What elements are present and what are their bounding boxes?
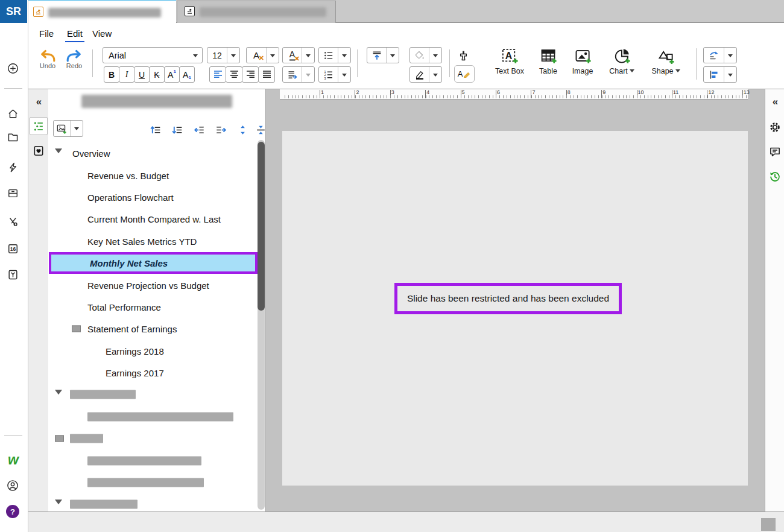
strikethrough-button[interactable]: K — [149, 66, 165, 83]
menu-file[interactable]: File — [39, 28, 54, 39]
highlight-clear-button[interactable]: A ✕ — [282, 47, 315, 63]
outline-item-redacted[interactable] — [49, 406, 258, 428]
align-justify-button[interactable] — [258, 66, 275, 83]
align-left-button[interactable] — [209, 66, 226, 83]
fill-color-button[interactable] — [409, 47, 442, 63]
format-painter-button[interactable] — [452, 48, 474, 64]
help-button[interactable]: ? — [6, 505, 19, 518]
outline-item[interactable]: Revenue Projection vs Budget — [49, 274, 258, 296]
quick-actions-button[interactable] — [5, 160, 20, 174]
rewards-button[interactable] — [5, 267, 20, 282]
align-right-button[interactable] — [242, 66, 259, 83]
outline-item[interactable]: Earnings 2017 — [49, 362, 258, 384]
font-size-select[interactable]: 12 — [207, 47, 240, 63]
bold-button[interactable]: B — [104, 66, 119, 83]
move-slide-up-button[interactable] — [148, 123, 163, 136]
outline-item-redacted[interactable] — [49, 428, 258, 449]
collapse-triangle-icon[interactable] — [55, 390, 62, 399]
insert-table-label: Table — [539, 67, 557, 75]
horizontal-scroll-thumb[interactable] — [761, 518, 776, 531]
settings-button[interactable] — [768, 121, 782, 134]
outline-item-label: Revenue Projection vs Budget — [87, 280, 209, 290]
bring-forward-button[interactable] — [703, 47, 737, 63]
insert-table-button[interactable]: Table — [533, 48, 563, 75]
bulleted-list-button[interactable] — [318, 47, 351, 63]
underline-button[interactable]: U — [134, 66, 150, 83]
history-button[interactable] — [768, 170, 782, 183]
move-slide-down-button[interactable] — [170, 123, 185, 136]
ruler-tick: 9 — [601, 90, 602, 98]
undo-label: Undo — [35, 62, 60, 69]
expand-items-button[interactable] — [235, 123, 250, 136]
outline-item[interactable]: Monthly Net Sales — [49, 252, 258, 274]
outline-item[interactable]: Earnings 2018 — [49, 340, 258, 362]
outline-item[interactable]: Key Net Sales Metrics YTD — [49, 230, 258, 252]
app-logo[interactable]: SR — [0, 0, 27, 23]
outline-item-redacted[interactable] — [49, 493, 258, 510]
outline-item-label: Operations Flowchart — [87, 192, 174, 202]
clear-format-button[interactable]: A ✕ — [246, 47, 279, 63]
outline-item[interactable]: Total Performance — [49, 296, 258, 318]
wordmark-logo[interactable]: w — [4, 451, 22, 468]
outline-scrollbar-thumb[interactable] — [258, 142, 265, 311]
bring-forward-icon — [709, 50, 719, 61]
font-family-select[interactable]: Arial — [103, 47, 203, 63]
outline-item-redacted[interactable] — [49, 472, 258, 493]
collapse-panel-button[interactable]: « — [31, 95, 46, 109]
comments-button[interactable] — [768, 145, 782, 159]
outline-item[interactable]: Overview — [49, 142, 258, 164]
superscript-button[interactable]: A1 — [164, 66, 180, 83]
font-color-button[interactable] — [409, 66, 442, 83]
toolbar-divider — [449, 49, 450, 77]
outline-view-button[interactable] — [30, 117, 48, 135]
new-document-button[interactable] — [5, 61, 20, 75]
document-tab-inactive[interactable] — [177, 1, 336, 23]
outline-item-redacted[interactable] — [49, 384, 258, 405]
chevron-down-icon — [630, 69, 634, 75]
numbered-list-button[interactable]: 123 — [318, 66, 351, 83]
align-objects-button[interactable] — [703, 66, 737, 83]
expand-panel-button[interactable]: « — [768, 95, 782, 109]
indent-button[interactable] — [282, 66, 315, 83]
presentation-file-icon — [33, 7, 43, 17]
collapse-triangle-icon[interactable] — [55, 500, 62, 508]
redo-button[interactable]: Redo — [62, 49, 87, 74]
collapse-triangle-icon[interactable] — [55, 148, 62, 157]
insert-image-button[interactable]: Image — [566, 48, 599, 75]
outline-item-redacted[interactable] — [49, 449, 258, 471]
slide[interactable]: Slide has been restricted and has been e… — [282, 131, 748, 486]
outline-item[interactable]: Operations Flowchart — [49, 186, 258, 208]
outline-item-label: Current Month Compared w. Last — [87, 214, 221, 224]
vertical-align-top-button[interactable] — [367, 47, 399, 63]
ruler-tick: 8 — [566, 90, 567, 98]
outline-item-label: Total Performance — [87, 302, 161, 312]
calendar-button[interactable]: 16 — [5, 241, 20, 256]
outline-item[interactable]: Statement of Earnings — [49, 318, 258, 340]
documents-button[interactable] — [5, 130, 20, 144]
outline-item[interactable]: Revenue vs. Budget — [49, 164, 258, 186]
horizontal-ruler: 12345678910111213 — [280, 89, 748, 100]
storage-button[interactable] — [5, 186, 20, 200]
align-center-button[interactable] — [226, 66, 242, 83]
undo-button[interactable]: Undo — [35, 49, 60, 74]
menu-edit[interactable]: Edit — [65, 28, 84, 42]
subscript-button[interactable]: A1 — [179, 66, 195, 83]
favorites-view-button[interactable] — [31, 143, 46, 159]
add-slide-button[interactable] — [53, 120, 83, 137]
account-button[interactable] — [5, 478, 20, 493]
insert-shape-button[interactable]: Shape — [646, 48, 685, 75]
calendar-icon: 16 — [7, 243, 19, 255]
insert-textbox-button[interactable]: A Text Box — [491, 48, 528, 75]
demote-item-button[interactable] — [213, 123, 228, 136]
menu-view[interactable]: View — [92, 28, 112, 39]
outline-item[interactable]: Current Month Compared w. Last — [49, 208, 258, 230]
italic-button[interactable]: I — [119, 66, 134, 83]
spellcheck-button[interactable]: A — [454, 65, 475, 83]
folder-icon — [7, 131, 19, 143]
document-tab-active[interactable] — [28, 0, 176, 23]
promote-item-button[interactable] — [192, 123, 206, 136]
signature-button[interactable] — [5, 214, 20, 229]
home-button[interactable] — [5, 106, 20, 121]
ruler-tick: 2 — [355, 90, 355, 98]
insert-chart-button[interactable]: Chart — [603, 48, 640, 75]
